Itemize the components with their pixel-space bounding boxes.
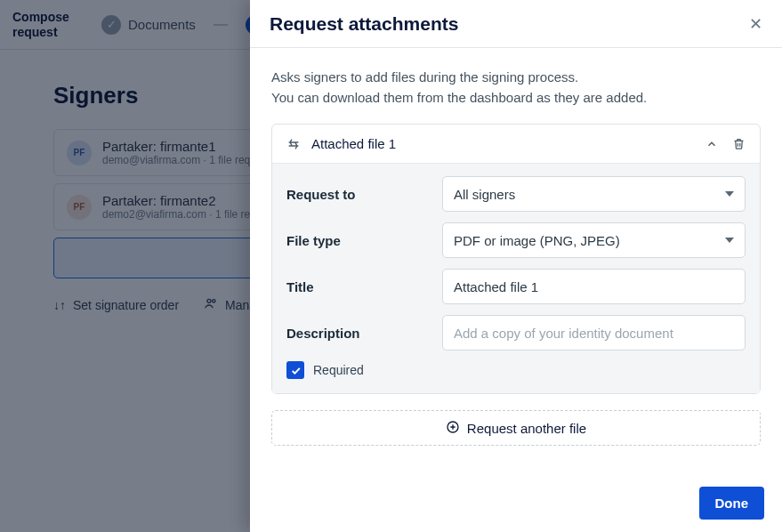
hint-line: Asks signers to add files during the sig…: [271, 68, 761, 88]
plus-circle-icon: [446, 420, 460, 437]
drawer-footer: Done: [250, 474, 782, 532]
title-label: Title: [286, 279, 442, 294]
drawer-title: Request attachments: [270, 13, 458, 35]
close-icon[interactable]: ✕: [749, 14, 762, 34]
request-another-file-button[interactable]: Request another file: [271, 410, 761, 446]
file-card-body: Request to All signers File type PDF or …: [272, 164, 760, 393]
drawer-hint: Asks signers to add files during the sig…: [271, 68, 761, 108]
file-type-label: File type: [286, 233, 442, 248]
file-card-header: Attached file 1: [272, 125, 760, 164]
file-type-select[interactable]: PDF or image (PNG, JPEG): [442, 222, 746, 258]
required-checkbox-row[interactable]: Required: [286, 361, 746, 379]
drawer-body: Asks signers to add files during the sig…: [250, 48, 782, 532]
checkbox-checked-icon[interactable]: [286, 361, 304, 379]
trash-icon[interactable]: [730, 135, 747, 153]
drag-handle-icon[interactable]: [285, 135, 302, 153]
request-attachments-drawer: Request attachments ✕ Asks signers to ad…: [250, 0, 782, 532]
request-to-select[interactable]: All signers: [442, 176, 746, 212]
drawer-header: Request attachments ✕: [250, 0, 782, 48]
request-another-label: Request another file: [467, 421, 586, 436]
select-value: All signers: [454, 187, 515, 202]
chevron-down-icon: [725, 191, 734, 197]
collapse-icon[interactable]: [703, 135, 721, 153]
select-value: PDF or image (PNG, JPEG): [454, 233, 620, 248]
chevron-down-icon: [725, 238, 734, 243]
file-title-label: Attached file 1: [311, 136, 396, 151]
required-label: Required: [313, 363, 364, 377]
done-button[interactable]: Done: [699, 487, 765, 520]
attached-file-card: Attached file 1 Request to All signers: [271, 124, 761, 394]
title-input[interactable]: [442, 269, 746, 304]
description-input-field[interactable]: [454, 316, 734, 350]
title-input-field[interactable]: [454, 270, 734, 303]
request-to-label: Request to: [286, 187, 442, 202]
description-input[interactable]: [442, 315, 746, 351]
description-label: Description: [286, 326, 442, 341]
hint-line: You can download them from the dashboard…: [271, 88, 761, 109]
